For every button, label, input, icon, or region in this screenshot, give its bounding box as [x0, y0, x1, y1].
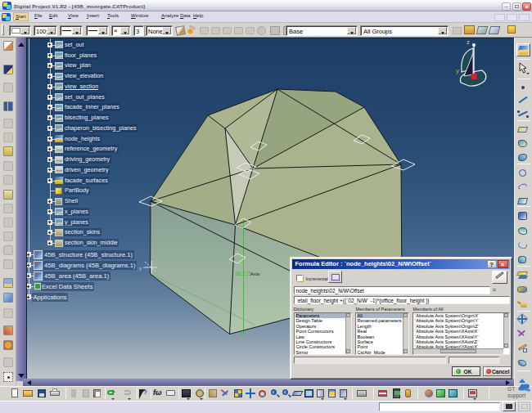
- svg-text:Axis: Axis: [250, 272, 259, 276]
- svg-text:36.125: 36.125: [235, 271, 251, 276]
- svg-text:y: y: [139, 266, 142, 271]
- svg-text:z: z: [467, 38, 470, 46]
- svg-text:y: y: [456, 67, 459, 74]
